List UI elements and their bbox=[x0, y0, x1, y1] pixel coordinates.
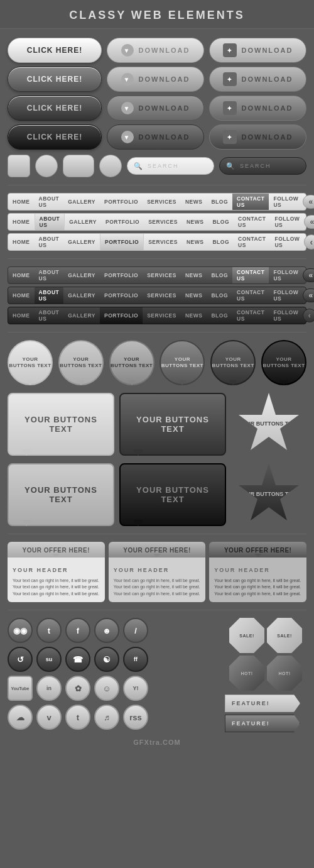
nav-contact-6[interactable]: CONTACT US bbox=[232, 307, 269, 324]
nav-about-1[interactable]: ABOUT US bbox=[35, 194, 64, 210]
nav-blog-3[interactable]: BLOG bbox=[208, 234, 234, 250]
prev-arrow-4[interactable]: « bbox=[303, 268, 314, 282]
feature-ribbon-2[interactable]: FEATURE! bbox=[225, 715, 300, 732]
nav-blog-1[interactable]: BLOG bbox=[207, 194, 232, 210]
square-btn-1[interactable] bbox=[8, 155, 30, 177]
nav-contact-2[interactable]: CONTACT US bbox=[234, 214, 270, 230]
social-butterfly[interactable]: ☁ bbox=[8, 705, 33, 730]
search-bar-light[interactable]: 🔍 SEARCH bbox=[127, 157, 214, 175]
prev-arrow-3[interactable]: ‹ bbox=[304, 234, 314, 250]
prev-arrow-6[interactable]: ‹ bbox=[303, 309, 314, 322]
download-btn-4[interactable]: ▼ DOWNLOAD bbox=[107, 124, 204, 150]
offer-tab-1[interactable]: YOUR OFFER HERE! bbox=[8, 542, 105, 558]
social-facebook[interactable]: f bbox=[65, 618, 90, 643]
nav-home-2[interactable]: HOME bbox=[8, 214, 35, 230]
social-friendfeed[interactable]: ff bbox=[123, 647, 148, 672]
social-stumble[interactable]: su bbox=[36, 647, 62, 672]
nav-follow-5[interactable]: FOLLOW US bbox=[269, 287, 303, 304]
starburst-light[interactable]: YOUR BUTTONS TEXT bbox=[237, 393, 300, 456]
nav-about-2[interactable]: ABOUT US bbox=[35, 214, 65, 230]
nav-contact-4[interactable]: CONTACT US bbox=[232, 267, 269, 283]
nav-follow-6[interactable]: FOLLOW US bbox=[269, 307, 303, 324]
click-here-btn-4[interactable]: CLICK HERE! bbox=[8, 124, 102, 150]
rect-btn-1[interactable] bbox=[63, 155, 94, 177]
nav-services-3[interactable]: SERVICES bbox=[144, 234, 182, 250]
nav-blog-2[interactable]: BLOG bbox=[208, 214, 234, 230]
social-retweet[interactable]: ↺ bbox=[8, 647, 33, 672]
nav-news-5[interactable]: NEWS bbox=[181, 287, 207, 304]
nav-services-5[interactable]: SERVICES bbox=[143, 287, 181, 304]
nav-home-6[interactable]: HOME bbox=[8, 307, 35, 324]
nav-news-1[interactable]: NEWS bbox=[181, 194, 207, 210]
social-rss[interactable]: rss bbox=[123, 705, 148, 730]
nav-home-1[interactable]: HOME bbox=[8, 194, 35, 210]
nav-about-5[interactable]: ABOUT US bbox=[35, 287, 64, 304]
social-twitter[interactable]: t bbox=[36, 618, 62, 643]
large-bubble-3[interactable]: YOUR BUTTONS TEXT bbox=[8, 463, 114, 526]
social-slash[interactable]: / bbox=[123, 618, 148, 643]
nav-portfolio-6[interactable]: PORTFOLIO bbox=[100, 307, 143, 324]
nav-news-4[interactable]: NEWS bbox=[181, 267, 207, 283]
social-flickr[interactable]: ◉◉ bbox=[8, 618, 33, 643]
sale-badge-1[interactable]: SALE! bbox=[229, 618, 264, 653]
social-skype[interactable]: ☎ bbox=[65, 647, 90, 672]
large-bubble-1[interactable]: YOUR BUTTONS TEXT bbox=[8, 393, 114, 456]
nav-blog-6[interactable]: BLOG bbox=[207, 307, 232, 324]
bubble-btn-5[interactable]: YOUR BUTTONS TEXT bbox=[210, 340, 256, 385]
nav-gallery-5[interactable]: GALLERY bbox=[63, 287, 100, 304]
nav-blog-4[interactable]: BLOG bbox=[207, 267, 232, 283]
nav-gallery-6[interactable]: GALLERY bbox=[63, 307, 100, 324]
social-tree[interactable]: ✿ bbox=[65, 676, 90, 701]
nav-contact-5[interactable]: CONTACT US bbox=[232, 287, 269, 304]
prev-arrow-5[interactable]: « bbox=[303, 288, 314, 302]
prev-arrow-2[interactable]: « bbox=[304, 215, 314, 229]
square-btn-2[interactable] bbox=[35, 155, 58, 177]
sale-badge-2[interactable]: SALE! bbox=[267, 618, 302, 653]
nav-blog-5[interactable]: BLOG bbox=[207, 287, 232, 304]
download-btn-1[interactable]: ▼ DOWNLOAD bbox=[107, 38, 204, 63]
click-here-btn-3[interactable]: CLICK HERE! bbox=[8, 96, 102, 121]
hot-badge-1[interactable]: HOT! bbox=[229, 656, 264, 691]
circle-btn-1[interactable] bbox=[99, 155, 122, 177]
nav-gallery-1[interactable]: GALLERY bbox=[63, 194, 100, 210]
large-bubble-4[interactable]: YOUR BUTTONS TEXT bbox=[119, 463, 226, 526]
starburst-dark[interactable]: YOUR BUTTONS TEXT bbox=[237, 463, 300, 526]
social-reddit[interactable]: ☯ bbox=[94, 647, 119, 672]
nav-follow-3[interactable]: FOLLOW US bbox=[270, 234, 304, 250]
offer-tab-3[interactable]: YOUR OFFER HERE! bbox=[209, 542, 306, 558]
nav-news-2[interactable]: NEWS bbox=[182, 214, 208, 230]
nav-gallery-2[interactable]: GALLERY bbox=[65, 214, 101, 230]
nav-follow-1[interactable]: FOLLOW US bbox=[269, 194, 303, 210]
nav-news-3[interactable]: NEWS bbox=[182, 234, 208, 250]
social-vimeo[interactable]: v bbox=[36, 705, 62, 730]
download-arrow-btn-4[interactable]: ✦ DOWNLOAD bbox=[209, 124, 306, 150]
social-tumblr[interactable]: t bbox=[65, 705, 90, 730]
nav-home-3[interactable]: HOME bbox=[8, 234, 35, 250]
nav-follow-2[interactable]: FOLLOW US bbox=[270, 214, 304, 230]
nav-gallery-3[interactable]: GALLERY bbox=[63, 234, 100, 250]
download-btn-3[interactable]: ▼ DOWNLOAD bbox=[107, 96, 204, 121]
download-arrow-btn-1[interactable]: ✦ DOWNLOAD bbox=[209, 38, 306, 63]
nav-portfolio-4[interactable]: PORTFOLIO bbox=[100, 267, 143, 283]
nav-about-4[interactable]: ABOUT US bbox=[35, 267, 64, 283]
nav-contact-1[interactable]: CONTACT US bbox=[232, 194, 269, 210]
prev-arrow-1[interactable]: « bbox=[303, 195, 314, 209]
nav-home-4[interactable]: HOME bbox=[8, 267, 35, 283]
nav-contact-3[interactable]: CONTACT US bbox=[234, 234, 270, 250]
nav-portfolio-3[interactable]: PORTFOLIO bbox=[100, 234, 144, 250]
nav-follow-4[interactable]: FOLLOW US bbox=[269, 267, 303, 283]
nav-portfolio-1[interactable]: PORTFOLIO bbox=[100, 194, 143, 210]
hot-badge-2[interactable]: HOT! bbox=[267, 656, 302, 691]
click-here-btn-1[interactable]: CLICK HERE! bbox=[8, 38, 102, 63]
nav-services-6[interactable]: SERVICES bbox=[143, 307, 181, 324]
download-arrow-btn-3[interactable]: ✦ DOWNLOAD bbox=[209, 96, 306, 121]
nav-home-5[interactable]: HOME bbox=[8, 287, 35, 304]
bubble-btn-3[interactable]: YOUR BUTTONS TEXT bbox=[109, 340, 154, 385]
nav-services-1[interactable]: SERVICES bbox=[143, 194, 181, 210]
social-chat[interactable]: ☺ bbox=[94, 676, 119, 701]
nav-about-6[interactable]: ABOUT US bbox=[35, 307, 64, 324]
download-btn-2[interactable]: ▼ DOWNLOAD bbox=[107, 67, 204, 92]
click-here-btn-2[interactable]: CLICK HERE! bbox=[8, 67, 102, 92]
bubble-btn-1[interactable]: YOUR BUTTONS TEXT bbox=[8, 340, 53, 385]
feature-ribbon-1[interactable]: FEATURE! bbox=[225, 695, 300, 712]
